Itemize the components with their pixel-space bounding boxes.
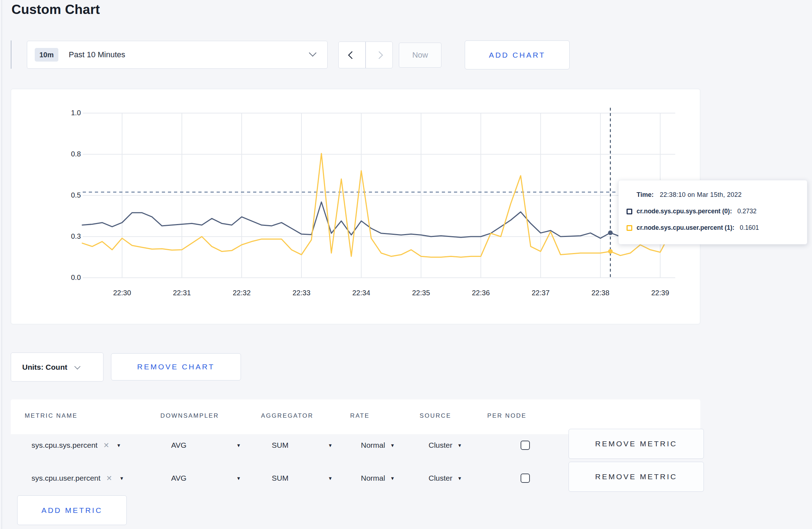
source-value: Cluster (429, 474, 453, 482)
caret-down-icon[interactable]: ▼ (236, 430, 241, 460)
column-header-per-node: PER NODE (487, 412, 527, 419)
aggregator-value: SUM (272, 441, 289, 450)
metric-row: sys.cpu.sys.percent ✕ ▼ AVG ▼ SUM ▼ Norm… (11, 430, 700, 460)
rate-select[interactable]: Normal ▼ (361, 430, 395, 460)
x-tick-label: 22:31 (159, 289, 205, 297)
chevron-right-icon (375, 51, 383, 59)
x-tick-label: 22:32 (218, 289, 265, 297)
x-tick-label: 22:38 (577, 289, 624, 297)
column-header-metric-name: METRIC NAME (25, 412, 78, 419)
time-range-dropdown[interactable]: 10m Past 10 Minutes (27, 41, 328, 69)
series-swatch-icon (627, 209, 632, 214)
page-left-border (1, 0, 2, 529)
caret-down-icon: ▼ (390, 476, 395, 481)
column-header-downsampler: DOWNSAMPLER (160, 412, 219, 419)
source-select[interactable]: Cluster ▼ (429, 463, 462, 493)
x-tick-label: 22:33 (278, 289, 325, 297)
caret-down-icon[interactable]: ▼ (236, 463, 241, 493)
chart-card: 1.00.80.50.30.0 22:3022:3122:3222:3322:3… (11, 89, 700, 324)
units-dropdown[interactable]: Units: Count (11, 353, 103, 382)
rate-select[interactable]: Normal ▼ (361, 463, 395, 493)
tooltip-series-row: cr.node.sys.cpu.user.percent (1): 0.1601 (627, 222, 807, 233)
remove-metric-button[interactable]: REMOVE METRIC (569, 429, 704, 459)
source-value: Cluster (429, 441, 453, 450)
column-header-source: SOURCE (420, 412, 451, 419)
per-node-checkbox[interactable] (521, 441, 530, 450)
tooltip-time-row: Time: 22:38:10 on Mar 15th, 2022 (627, 189, 807, 200)
caret-down-icon: ▼ (390, 443, 395, 448)
chart-tooltip: Time: 22:38:10 on Mar 15th, 2022 cr.node… (618, 180, 807, 244)
x-tick-label: 22:30 (99, 289, 145, 297)
chevron-down-icon (74, 363, 81, 369)
x-tick-label: 22:37 (517, 289, 564, 297)
page-title: Custom Chart (11, 2, 100, 17)
y-tick-label: 1.0 (59, 109, 81, 117)
tooltip-series-name: cr.node.sys.cpu.sys.percent (0): (637, 208, 732, 215)
prev-time-button[interactable] (339, 42, 365, 68)
caret-down-icon: ▼ (458, 443, 462, 448)
close-icon[interactable]: ✕ (106, 474, 112, 482)
downsampler-value: AVG (171, 474, 187, 482)
x-tick-label: 22:34 (338, 289, 385, 297)
close-icon[interactable]: ✕ (103, 441, 109, 450)
chevron-left-icon (348, 51, 356, 59)
per-node-checkbox[interactable] (521, 474, 530, 483)
metric-name-cell[interactable]: sys.cpu.user.percent ✕ ▼ (32, 463, 124, 493)
now-button[interactable]: Now (399, 43, 441, 68)
y-tick-label: 0.5 (59, 191, 81, 199)
metric-name-label: sys.cpu.user.percent (32, 474, 101, 482)
next-time-button[interactable] (366, 42, 392, 68)
tooltip-series-row: cr.node.sys.cpu.sys.percent (0): 0.2732 (627, 206, 807, 217)
source-select[interactable]: Cluster ▼ (429, 430, 462, 460)
aggregator-value: SUM (272, 474, 289, 482)
time-nav-group (338, 42, 393, 68)
remove-chart-button[interactable]: REMOVE CHART (111, 353, 241, 380)
time-range-badge: 10m (35, 48, 58, 62)
tooltip-time-value: 22:38:10 on Mar 15th, 2022 (660, 191, 742, 199)
add-metric-button[interactable]: ADD METRIC (17, 495, 127, 525)
tooltip-series-name: cr.node.sys.cpu.user.percent (1): (637, 224, 734, 232)
x-tick-label: 22:35 (398, 289, 444, 297)
caret-down-icon[interactable]: ▼ (328, 463, 333, 493)
downsampler-value: AVG (171, 441, 187, 450)
x-tick-label: 22:36 (458, 289, 504, 297)
y-tick-label: 0.0 (59, 273, 81, 282)
column-header-rate: RATE (350, 412, 369, 419)
add-chart-button[interactable]: ADD CHART (465, 40, 570, 69)
tooltip-series-value: 0.1601 (740, 224, 759, 232)
series-swatch-icon (627, 225, 632, 231)
time-range-label: Past 10 Minutes (69, 50, 125, 59)
y-tick-label: 0.3 (59, 232, 81, 241)
rate-value: Normal (361, 474, 385, 482)
aggregator-select[interactable]: SUM (272, 463, 289, 493)
remove-metric-button[interactable]: REMOVE METRIC (569, 462, 704, 492)
downsampler-select[interactable]: AVG (171, 463, 187, 493)
caret-down-icon[interactable]: ▼ (328, 430, 333, 460)
caret-down-icon[interactable]: ▼ (116, 443, 121, 448)
metric-name-label: sys.cpu.sys.percent (32, 441, 97, 450)
caret-down-icon: ▼ (458, 476, 462, 481)
caret-down-icon[interactable]: ▼ (119, 476, 124, 481)
column-header-aggregator: AGGREGATOR (261, 412, 313, 419)
downsampler-select[interactable]: AVG (171, 430, 187, 460)
rate-value: Normal (361, 441, 385, 450)
tooltip-series-value: 0.2732 (738, 208, 757, 215)
metric-row: sys.cpu.user.percent ✕ ▼ AVG ▼ SUM ▼ Nor… (11, 463, 700, 493)
tooltip-time-label: Time: (637, 191, 654, 199)
timepicker-divider (11, 40, 11, 69)
aggregator-select[interactable]: SUM (272, 430, 289, 460)
custom-chart-page: Custom Chart 10m Past 10 Minutes Now ADD… (0, 0, 812, 529)
units-label: Units: Count (22, 363, 67, 372)
x-tick-label: 22:39 (637, 289, 683, 297)
metric-name-cell[interactable]: sys.cpu.sys.percent ✕ ▼ (32, 430, 121, 460)
chevron-down-icon (309, 49, 316, 57)
y-tick-label: 0.8 (59, 150, 81, 158)
